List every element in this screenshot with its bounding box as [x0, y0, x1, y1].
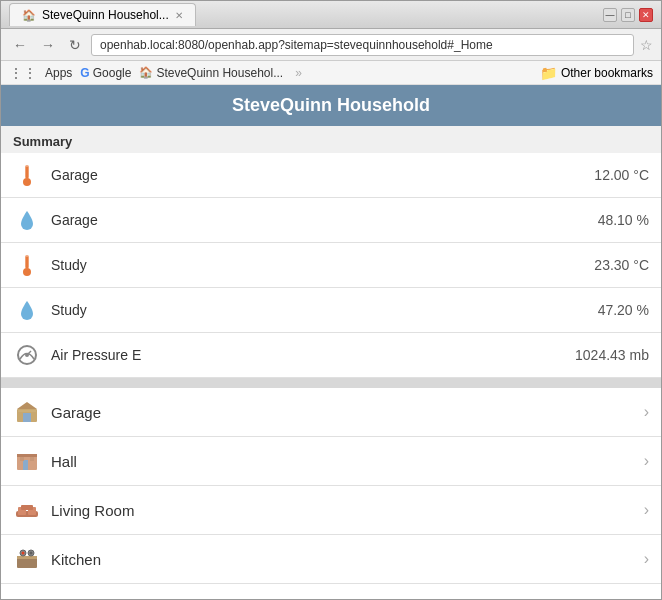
reload-button[interactable]: ↻: [65, 35, 85, 55]
nav-item-garage[interactable]: Garage ›: [1, 388, 661, 437]
humidity-icon-2: [13, 296, 41, 324]
garage-temp-value: 12.00 °C: [594, 167, 649, 183]
kitchen-room-icon: [13, 545, 41, 573]
summary-label: Summary: [13, 134, 72, 149]
svg-rect-15: [23, 460, 28, 470]
guest-bedroom-icon: [13, 594, 41, 599]
summary-item-study-temp[interactable]: Study 23.30 °C: [1, 243, 661, 288]
nav-item-living-room[interactable]: Living Room ›: [1, 486, 661, 535]
forward-button[interactable]: →: [37, 35, 59, 55]
study-temp-value: 23.30 °C: [594, 257, 649, 273]
kitchen-arrow-icon: ›: [644, 550, 649, 568]
page-content: SteveQuinn Household Summary Garage 12.0…: [1, 85, 661, 599]
folder-icon: 📁: [540, 65, 557, 81]
section-divider: [1, 378, 661, 388]
summary-item-air-pressure[interactable]: Air Pressure E 1024.43 mb: [1, 333, 661, 378]
living-room-icon: [13, 496, 41, 524]
nav-item-guest-bedroom[interactable]: Guest Bedroom ›: [1, 584, 661, 599]
svg-marker-10: [17, 402, 37, 409]
garage-room-icon: [13, 398, 41, 426]
svg-point-4: [23, 268, 31, 276]
svg-rect-12: [18, 410, 36, 412]
bookmark-apps[interactable]: Apps: [45, 66, 72, 80]
humidity-icon-1: [13, 206, 41, 234]
stevequinn-label: SteveQuinn Househol...: [156, 66, 283, 80]
hall-room-icon: [13, 447, 41, 475]
window-controls: — □ ✕: [603, 8, 653, 22]
maximize-button[interactable]: □: [621, 8, 635, 22]
svg-point-27: [30, 552, 33, 555]
browser-tab[interactable]: 🏠 SteveQuinn Househol... ✕: [9, 3, 196, 26]
page-header: SteveQuinn Household: [1, 85, 661, 126]
svg-rect-22: [17, 558, 37, 568]
hall-nav-label: Hall: [51, 453, 644, 470]
tab-favicon: 🏠: [22, 9, 36, 22]
nav-item-kitchen[interactable]: Kitchen ›: [1, 535, 661, 584]
svg-rect-16: [20, 457, 24, 461]
garage-temp-label: Garage: [51, 167, 594, 183]
kitchen-nav-label: Kitchen: [51, 551, 644, 568]
summary-item-garage-humidity[interactable]: Garage 48.10 %: [1, 198, 661, 243]
page-title: SteveQuinn Household: [232, 95, 430, 115]
svg-point-1: [23, 178, 31, 186]
stevequinn-favicon: 🏠: [139, 66, 153, 79]
summary-list: Garage 12.00 °C Garage 48.10 %: [1, 153, 661, 378]
garage-arrow-icon: ›: [644, 403, 649, 421]
summary-item-garage-temp[interactable]: Garage 12.00 °C: [1, 153, 661, 198]
summary-item-study-humidity[interactable]: Study 47.20 %: [1, 288, 661, 333]
garage-nav-label: Garage: [51, 404, 644, 421]
other-bookmarks-label: Other bookmarks: [561, 66, 653, 80]
svg-rect-17: [30, 457, 34, 461]
svg-rect-11: [23, 413, 31, 422]
svg-rect-21: [21, 505, 33, 510]
air-pressure-value: 1024.43 mb: [575, 347, 649, 363]
close-button[interactable]: ✕: [639, 8, 653, 22]
google-label: Google: [93, 66, 132, 80]
svg-point-26: [22, 552, 25, 555]
minimize-button[interactable]: —: [603, 8, 617, 22]
pressure-icon: [13, 341, 41, 369]
apps-icon: ⋮⋮: [9, 65, 37, 81]
url-input[interactable]: [91, 34, 634, 56]
svg-rect-14: [17, 454, 37, 457]
garage-humidity-value: 48.10 %: [598, 212, 649, 228]
bookmarks-bar: ⋮⋮ Apps G Google 🏠 SteveQuinn Househol..…: [1, 61, 661, 85]
browser-window: 🏠 SteveQuinn Househol... ✕ — □ ✕ ← → ↻ ☆…: [0, 0, 662, 600]
google-icon: G: [80, 66, 89, 80]
title-bar: 🏠 SteveQuinn Househol... ✕ — □ ✕: [1, 1, 661, 29]
bookmark-stevequinn[interactable]: 🏠 SteveQuinn Househol...: [139, 66, 283, 80]
nav-item-hall[interactable]: Hall ›: [1, 437, 661, 486]
garage-humidity-label: Garage: [51, 212, 598, 228]
svg-rect-2: [26, 167, 28, 178]
nav-list: Garage › Hall ›: [1, 388, 661, 599]
address-bar: ← → ↻ ☆: [1, 29, 661, 61]
thermometer-icon-2: [13, 251, 41, 279]
svg-rect-23: [17, 556, 37, 559]
study-humidity-value: 47.20 %: [598, 302, 649, 318]
summary-section-label: Summary: [1, 126, 661, 153]
tab-title: SteveQuinn Househol...: [42, 8, 169, 22]
living-room-arrow-icon: ›: [644, 501, 649, 519]
other-bookmarks[interactable]: 📁 Other bookmarks: [540, 65, 653, 81]
living-room-nav-label: Living Room: [51, 502, 644, 519]
air-pressure-label: Air Pressure E: [51, 347, 575, 363]
bookmark-google[interactable]: G Google: [80, 66, 131, 80]
tab-close-button[interactable]: ✕: [175, 10, 183, 21]
apps-label: Apps: [45, 66, 72, 80]
hall-arrow-icon: ›: [644, 452, 649, 470]
study-temp-label: Study: [51, 257, 594, 273]
study-humidity-label: Study: [51, 302, 598, 318]
back-button[interactable]: ←: [9, 35, 31, 55]
thermometer-icon-1: [13, 161, 41, 189]
bookmarks-separator: »: [295, 66, 302, 80]
bookmark-star-icon[interactable]: ☆: [640, 37, 653, 53]
svg-rect-5: [26, 257, 28, 268]
